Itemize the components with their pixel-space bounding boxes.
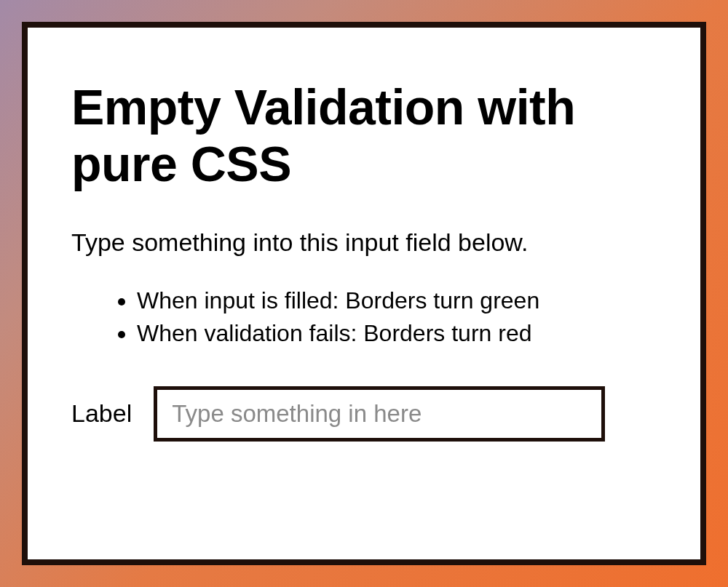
demo-card: Empty Validation with pure CSS Type some…: [22, 22, 706, 565]
rules-list: When input is filled: Borders turn green…: [71, 284, 657, 350]
text-input[interactable]: [154, 386, 605, 442]
page-title: Empty Validation with pure CSS: [71, 79, 657, 192]
field-row: Label: [71, 386, 657, 442]
list-item: When input is filled: Borders turn green: [137, 284, 657, 317]
instruction-text: Type something into this input field bel…: [71, 228, 657, 257]
list-item: When validation fails: Borders turn red: [137, 317, 657, 350]
field-label: Label: [71, 399, 132, 428]
